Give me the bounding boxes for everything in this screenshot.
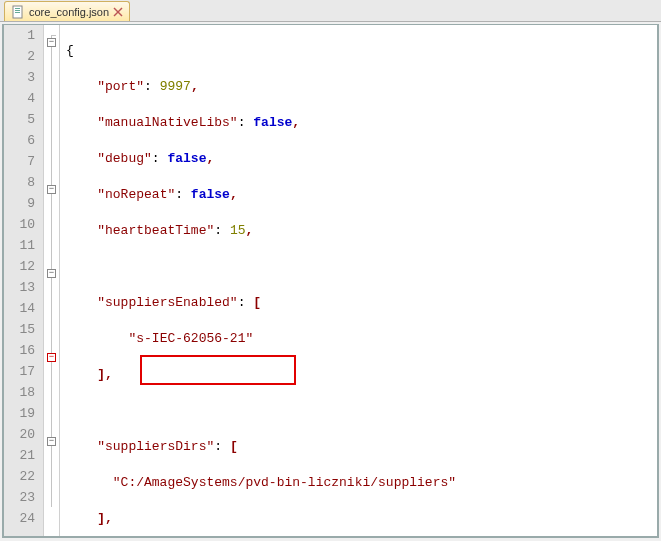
line-number: 7	[4, 151, 35, 172]
fold-toggle[interactable]: −	[47, 185, 56, 194]
svg-rect-1	[15, 8, 20, 9]
line-number: 16	[4, 340, 35, 361]
line-number: 9	[4, 193, 35, 214]
line-number: 12	[4, 256, 35, 277]
line-number: 6	[4, 130, 35, 151]
line-number: 24	[4, 508, 35, 529]
line-number: 14	[4, 298, 35, 319]
fold-toggle[interactable]: −	[47, 38, 56, 47]
file-tab[interactable]: core_config.json	[4, 1, 130, 21]
line-number: 8	[4, 172, 35, 193]
line-number: 4	[4, 88, 35, 109]
line-number: 18	[4, 382, 35, 403]
svg-rect-3	[15, 12, 20, 13]
close-icon[interactable]	[113, 7, 123, 17]
brace-open: {	[66, 43, 74, 58]
fold-toggle[interactable]: −	[47, 353, 56, 362]
line-number: 20	[4, 424, 35, 445]
code-area[interactable]: { "port": 9997, "manualNativeLibs": fals…	[60, 25, 657, 536]
line-number-gutter: 1 2 3 4 5 6 7 8 9 10 11 12 13 14 15 16 1…	[4, 25, 44, 536]
tab-bar: core_config.json	[0, 0, 661, 22]
line-number: 17	[4, 361, 35, 382]
line-number: 3	[4, 67, 35, 88]
fold-toggle[interactable]: −	[47, 437, 56, 446]
tab-filename: core_config.json	[29, 6, 109, 18]
line-number: 23	[4, 487, 35, 508]
line-number: 5	[4, 109, 35, 130]
svg-rect-2	[15, 10, 20, 11]
line-number: 22	[4, 466, 35, 487]
fold-gutter: − − − − −	[44, 25, 60, 536]
line-number: 21	[4, 445, 35, 466]
line-number: 1	[4, 25, 35, 46]
line-number: 19	[4, 403, 35, 424]
line-number: 11	[4, 235, 35, 256]
line-number: 13	[4, 277, 35, 298]
file-icon	[11, 5, 25, 19]
line-number: 15	[4, 319, 35, 340]
fold-toggle[interactable]: −	[47, 269, 56, 278]
line-number: 10	[4, 214, 35, 235]
editor[interactable]: 1 2 3 4 5 6 7 8 9 10 11 12 13 14 15 16 1…	[2, 24, 659, 538]
line-number: 2	[4, 46, 35, 67]
